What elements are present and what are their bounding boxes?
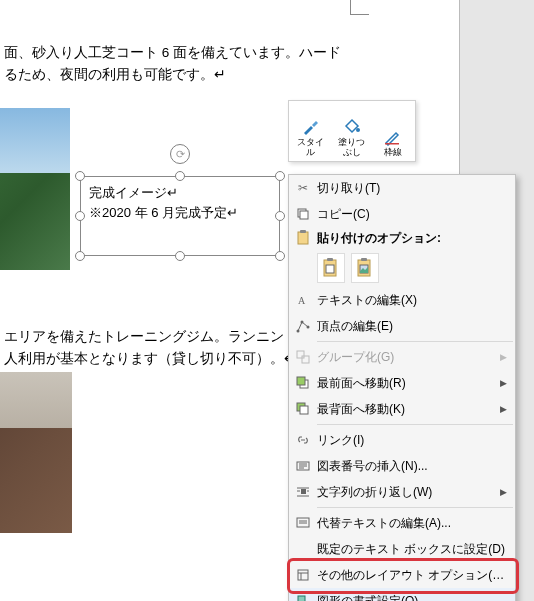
- style-label: スタイ ル: [297, 138, 324, 157]
- chevron-right-icon: ▶: [500, 487, 507, 497]
- ruler-mark: [350, 0, 369, 15]
- menu-wrap[interactable]: 文字列の折り返し(W) ▶: [289, 479, 515, 505]
- menu-copy[interactable]: コピー(C): [289, 201, 515, 227]
- format-shape-icon: [289, 594, 317, 601]
- menu-label: 切り取り(T): [317, 180, 507, 197]
- selected-textbox[interactable]: 完成イメージ↵ ※2020 年 6 月完成予定↵ ⟳: [80, 176, 280, 256]
- menu-label: 既定のテキスト ボックスに設定(D): [317, 541, 507, 558]
- menu-label: 文字列の折り返し(W): [317, 484, 496, 501]
- resize-handle[interactable]: [75, 251, 85, 261]
- style-button[interactable]: スタイ ル: [291, 103, 330, 159]
- svg-point-15: [307, 326, 310, 329]
- resize-handle[interactable]: [275, 251, 285, 261]
- svg-rect-26: [301, 489, 306, 494]
- paste-option-picture[interactable]: [351, 253, 379, 283]
- paste-option-keep[interactable]: [317, 253, 345, 283]
- menu-label: 図形の書式設定(O)...: [317, 593, 507, 602]
- svg-rect-5: [300, 230, 306, 233]
- svg-rect-17: [302, 356, 309, 363]
- textbox-line: ※2020 年 6 月完成予定↵: [89, 203, 271, 223]
- fill-button[interactable]: 塗りつ ぶし: [332, 103, 371, 159]
- bucket-icon: [342, 114, 362, 138]
- textbox-content[interactable]: 完成イメージ↵ ※2020 年 6 月完成予定↵: [80, 176, 280, 256]
- bring-front-icon: [289, 376, 317, 390]
- mini-toolbar: スタイ ル 塗りつ ぶし 枠線: [288, 100, 416, 162]
- menu-send-back[interactable]: 最背面へ移動(K) ▶: [289, 396, 515, 422]
- copy-icon: [289, 207, 317, 221]
- edit-points-icon: [289, 319, 317, 333]
- clipboard-icon: [289, 230, 317, 246]
- svg-rect-10: [361, 258, 367, 261]
- menu-label: 図表番号の挿入(N)...: [317, 458, 507, 475]
- menu-label: テキストの編集(X): [317, 292, 507, 309]
- menu-label: グループ化(G): [317, 349, 496, 366]
- pen-icon: [383, 124, 403, 148]
- layout-icon: [289, 568, 317, 582]
- svg-point-13: [297, 330, 300, 333]
- svg-rect-34: [298, 570, 308, 580]
- svg-rect-37: [298, 596, 305, 601]
- menu-edit-points[interactable]: 頂点の編集(E): [289, 313, 515, 339]
- outline-label: 枠線: [384, 148, 402, 157]
- scissors-icon: ✂: [289, 181, 317, 195]
- menu-more-layout[interactable]: その他のレイアウト オプション(L)...: [289, 562, 515, 588]
- menu-divider: [317, 424, 513, 425]
- menu-label: 最背面へ移動(K): [317, 401, 496, 418]
- menu-label: リンク(I): [317, 432, 507, 449]
- menu-divider: [317, 507, 513, 508]
- rotate-handle[interactable]: ⟳: [170, 144, 190, 164]
- svg-rect-8: [326, 265, 334, 273]
- menu-paste-header: 貼り付けのオプション:: [289, 227, 515, 249]
- inline-image-tennis: [0, 108, 70, 270]
- paste-options-row: [289, 249, 515, 287]
- resize-handle[interactable]: [75, 171, 85, 181]
- menu-default-textbox[interactable]: 既定のテキスト ボックスに設定(D): [289, 536, 515, 562]
- send-back-icon: [289, 402, 317, 416]
- svg-rect-4: [298, 232, 308, 244]
- svg-rect-21: [300, 406, 308, 414]
- menu-bring-front[interactable]: 最前面へ移動(R) ▶: [289, 370, 515, 396]
- caption-icon: [289, 459, 317, 473]
- resize-handle[interactable]: [175, 251, 185, 261]
- svg-rect-3: [300, 211, 308, 219]
- context-menu: ✂ 切り取り(T) コピー(C) 貼り付けのオプション: A: [288, 174, 516, 601]
- paintbrush-icon: [301, 114, 321, 138]
- document-page: 面、砂入り人工芝コート 6 面を備えています。ハード るため、夜間の利用も可能で…: [0, 0, 534, 601]
- body-text-line: るため、夜間の利用も可能です。↵: [4, 64, 226, 87]
- body-text-line: 人利用が基本となります（貸し切り不可）。↵: [4, 348, 296, 371]
- chevron-right-icon: ▶: [500, 404, 507, 414]
- menu-edit-text[interactable]: A テキストの編集(X): [289, 287, 515, 313]
- alt-text-icon: [289, 516, 317, 530]
- svg-text:A: A: [298, 295, 306, 306]
- menu-label: その他のレイアウト オプション(L)...: [317, 567, 507, 584]
- resize-handle[interactable]: [275, 171, 285, 181]
- svg-point-14: [301, 321, 304, 324]
- svg-rect-19: [297, 377, 305, 385]
- outline-button[interactable]: 枠線: [374, 103, 413, 159]
- body-text-line: 面、砂入り人工芝コート 6 面を備えています。ハード: [4, 42, 341, 65]
- menu-label: コピー(C): [317, 206, 507, 223]
- wrap-icon: [289, 485, 317, 499]
- resize-handle[interactable]: [175, 171, 185, 181]
- textbox-line: 完成イメージ↵: [89, 183, 271, 203]
- menu-cut[interactable]: ✂ 切り取り(T): [289, 175, 515, 201]
- group-icon: [289, 350, 317, 364]
- menu-label: 頂点の編集(E): [317, 318, 507, 335]
- chevron-right-icon: ▶: [500, 378, 507, 388]
- inline-image-gym: [0, 372, 72, 533]
- resize-handle[interactable]: [75, 211, 85, 221]
- menu-caption[interactable]: 図表番号の挿入(N)...: [289, 453, 515, 479]
- menu-link[interactable]: リンク(I): [289, 427, 515, 453]
- edit-text-icon: A: [289, 293, 317, 307]
- body-text-line: エリアを備えたトレーニングジム。ランニン: [4, 326, 284, 349]
- resize-handle[interactable]: [275, 211, 285, 221]
- svg-rect-1: [385, 143, 399, 145]
- menu-label: 貼り付けのオプション:: [317, 230, 507, 247]
- menu-alt-text[interactable]: 代替テキストの編集(A)...: [289, 510, 515, 536]
- menu-format-shape[interactable]: 図形の書式設定(O)...: [289, 588, 515, 601]
- svg-rect-16: [297, 351, 304, 358]
- menu-divider: [317, 341, 513, 342]
- fill-label: 塗りつ ぶし: [338, 138, 365, 157]
- svg-point-0: [356, 128, 360, 132]
- menu-label: 最前面へ移動(R): [317, 375, 496, 392]
